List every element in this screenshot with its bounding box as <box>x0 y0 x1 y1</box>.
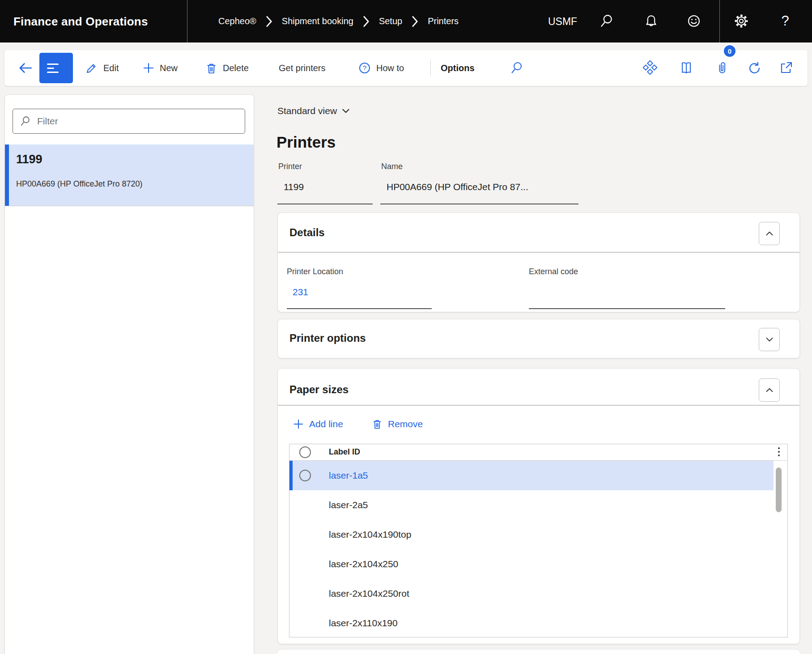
plus-icon <box>293 418 304 430</box>
printer-field-underline <box>277 204 373 204</box>
smiley-icon <box>686 13 701 29</box>
edit-label: Edit <box>103 63 119 73</box>
remove-button[interactable]: Remove <box>371 413 423 435</box>
search-icon <box>509 61 523 75</box>
printer-options-expand-button[interactable] <box>759 328 780 351</box>
paper-sizes-section-title[interactable]: Paper sizes <box>289 383 349 396</box>
chevron-right-icon <box>265 16 273 27</box>
report-book-button[interactable] <box>678 50 694 86</box>
how-to-button[interactable]: ? How to <box>358 50 404 86</box>
details-collapse-button[interactable] <box>759 222 780 245</box>
details-section-title[interactable]: Details <box>289 226 325 239</box>
options-label: Options <box>441 63 475 73</box>
page: Finance and Operations Cepheo® Shipment … <box>0 0 812 654</box>
notifications-button[interactable] <box>641 11 661 31</box>
view-selector[interactable]: Standard view <box>277 106 351 116</box>
search-icon <box>599 13 614 29</box>
settings-icon <box>733 13 749 29</box>
select-all-radio[interactable] <box>299 446 311 458</box>
printer-location-value[interactable]: 231 <box>293 287 308 297</box>
add-line-label: Add line <box>309 419 343 429</box>
printer-options-section-title[interactable]: Printer options <box>289 332 366 344</box>
help-icon: ? <box>781 13 789 29</box>
table-row-selected[interactable]: laser-1a5 <box>289 461 774 490</box>
grid-header-row: Label ID <box>289 444 787 461</box>
printer-field-label: Printer <box>278 162 302 171</box>
filter-box <box>13 109 245 134</box>
company-picker[interactable]: USMF <box>548 15 577 27</box>
breadcrumb-item-printers[interactable]: Printers <box>428 16 459 26</box>
back-button[interactable] <box>18 50 33 86</box>
new-button[interactable]: New <box>142 50 178 86</box>
command-search-button[interactable] <box>509 50 523 86</box>
add-line-button[interactable]: Add line <box>293 413 343 435</box>
chevron-down-icon <box>341 106 351 116</box>
chevron-right-icon <box>411 16 419 27</box>
next-section-card-edge <box>277 650 800 654</box>
breadcrumb-item-cepheo[interactable]: Cepheo® <box>218 16 256 26</box>
list-item-selected[interactable]: 1199 HP00A669 (HP OfficeJet Pro 8720) <box>5 144 254 206</box>
list-item-name: HP00A669 (HP OfficeJet Pro 8720) <box>16 179 143 189</box>
grid-scrollbar-thumb[interactable] <box>776 467 782 512</box>
breadcrumb-item-shipment-booking[interactable]: Shipment booking <box>282 16 353 26</box>
section-divider <box>278 405 799 406</box>
selected-indicator <box>5 144 9 206</box>
feedback-button[interactable] <box>684 11 704 31</box>
kit-view-button[interactable] <box>642 50 658 86</box>
column-header-label-id[interactable]: Label ID <box>329 447 360 457</box>
printer-options-section: Printer options <box>277 319 800 358</box>
topbar-divider <box>187 0 187 42</box>
get-printers-label: Get printers <box>279 63 325 73</box>
book-icon <box>679 61 693 75</box>
row-label: laser-1a5 <box>329 470 368 481</box>
row-label: laser-2x104x250rot <box>329 588 409 599</box>
name-field-value[interactable]: HP00A669 (HP OfficeJet Pro 87... <box>387 182 528 192</box>
table-row[interactable]: laser-2x104x190top <box>289 520 774 549</box>
paperclip-icon <box>715 61 729 75</box>
table-row[interactable]: laser-2a5 <box>289 490 774 520</box>
trash-icon <box>205 62 218 75</box>
options-button[interactable]: Options <box>441 50 475 86</box>
delete-button[interactable]: Delete <box>205 50 249 86</box>
chevron-up-icon <box>764 228 775 239</box>
row-label: laser-2x104x190top <box>329 529 411 540</box>
name-field-label: Name <box>381 162 403 171</box>
back-arrow-icon <box>18 60 33 76</box>
table-row[interactable]: laser-2x110x190 <box>289 608 774 638</box>
edit-button[interactable]: Edit <box>85 50 119 86</box>
paper-sizes-grid: Label ID laser-1a5 laser-2a5 laser-2x104… <box>289 444 788 637</box>
get-printers-button[interactable]: Get printers <box>279 50 325 86</box>
open-in-new-window-button[interactable] <box>778 50 794 86</box>
app-title[interactable]: Finance and Operations <box>13 14 148 28</box>
refresh-button[interactable] <box>746 50 762 86</box>
table-row[interactable]: laser-2x104x250rot <box>289 579 774 608</box>
pencil-icon <box>85 61 98 75</box>
delete-label: Delete <box>223 63 249 73</box>
help-button[interactable]: ? <box>775 11 795 31</box>
how-to-label: How to <box>376 63 404 73</box>
remove-label: Remove <box>388 419 423 429</box>
command-bar-divider <box>430 59 431 76</box>
view-selector-label: Standard view <box>277 106 337 116</box>
printer-field-value[interactable]: 1199 <box>284 182 304 192</box>
search-button[interactable] <box>596 11 616 31</box>
chevron-down-icon <box>764 334 775 345</box>
details-section: Details Printer Location 231 External co… <box>277 212 800 312</box>
settings-button[interactable] <box>731 11 752 31</box>
expand-panel-button[interactable] <box>39 53 73 83</box>
breadcrumb-item-setup[interactable]: Setup <box>379 16 402 26</box>
table-row[interactable]: laser-2x104x250 <box>289 549 774 579</box>
search-icon <box>19 115 31 127</box>
filter-input[interactable] <box>36 115 238 127</box>
row-select-radio[interactable] <box>299 470 311 481</box>
attachments-button[interactable]: 0 <box>714 50 730 86</box>
open-in-new-icon <box>779 61 793 75</box>
row-label: laser-2a5 <box>329 500 368 510</box>
kebab-menu-icon[interactable] <box>777 446 781 458</box>
top-app-bar: Finance and Operations Cepheo® Shipment … <box>0 0 812 42</box>
paper-sizes-collapse-button[interactable] <box>759 378 780 402</box>
row-label: laser-2x104x250 <box>329 559 398 569</box>
grid-rows: laser-1a5 laser-2a5 laser-2x104x190top l… <box>289 461 787 638</box>
page-title: Printers <box>276 133 336 151</box>
kit-icon <box>642 60 658 76</box>
